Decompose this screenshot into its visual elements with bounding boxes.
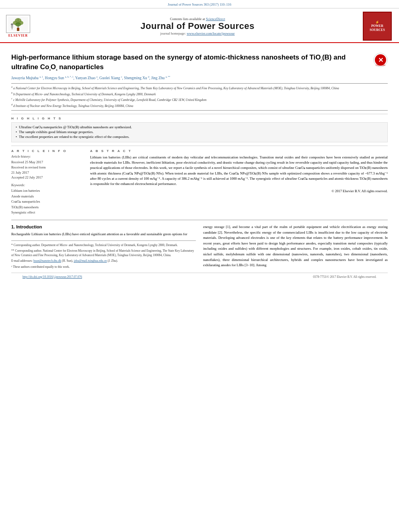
copyright-text: © 2017 Elsevier B.V. All rights reserved…: [90, 189, 388, 193]
intro-para-left: Rechargeable Lithium ion batteries (LIBs…: [11, 232, 196, 237]
footnote-starstar: ** Corresponding author. National Center…: [11, 249, 196, 258]
journal-title: Journal of Power Sources: [32, 21, 363, 31]
bullet-icon: •: [16, 135, 17, 139]
citation-text: Journal of Power Sources 363 (2017) 110–…: [168, 2, 231, 6]
elsevier-logo: ELSEVIER: [4, 15, 32, 37]
page: Journal of Power Sources 363 (2017) 110–…: [0, 0, 399, 532]
intro-title: Introduction: [16, 224, 42, 229]
keyword-3: Co₃O₄ nanoparticles: [11, 199, 84, 205]
footnote-star-text: * Corresponding author. Department of Mi…: [11, 243, 178, 247]
history-label: Article history:: [11, 155, 84, 158]
footnote-star: * Corresponding author. Department of Mi…: [11, 243, 196, 247]
journal-header: ELSEVIER Contents lists available at Sci…: [0, 8, 399, 43]
elsevier-logo-image: [6, 15, 30, 33]
keyword-4: TiO₂(B) nanosheets: [11, 205, 84, 210]
keyword-2: Anode materials: [11, 194, 84, 199]
highlight-item-2: • The sample exhibits good lithium stora…: [16, 130, 383, 134]
svg-point-5: [15, 23, 21, 27]
homepage-label: journal homepage:: [160, 31, 186, 35]
issn-text: 0378-7753/© 2017 Elsevier B.V. All right…: [313, 275, 376, 279]
highlight-item-1: • Ultrafine Co₃O₄ nanoparticles @ TiO₂(B…: [16, 125, 383, 129]
bottom-bar: http://dx.doi.org/10.1016/j.jpowsour.201…: [11, 273, 388, 281]
homepage-url[interactable]: www.elsevier.com/locate/jpowsour: [187, 31, 234, 35]
affiliations: a a National Center for Electron Microsc…: [11, 83, 388, 111]
journal-center: Contents lists available at ScienceDirec…: [32, 17, 363, 35]
article-title-section: High-performance lithium storage based o…: [11, 47, 388, 75]
email-link-sun[interactable]: hsun@nanotech.dtu.dk: [33, 259, 61, 263]
svg-text:✕: ✕: [378, 57, 383, 64]
keyword-5: Synergistic effect: [11, 210, 84, 216]
article-info-label: A R T I C L E I N F O: [11, 149, 84, 153]
sciencedirect-link[interactable]: ScienceDirect: [206, 17, 225, 21]
article-title: High-performance lithium storage based o…: [11, 53, 373, 72]
affiliation-d: d d Institute of Nuclear and New Energy …: [11, 103, 388, 109]
doi-link[interactable]: http://dx.doi.org/10.1016/j.jpowsour.201…: [23, 275, 82, 279]
article-info-abstract: A R T I C L E I N F O Article history: R…: [11, 146, 388, 216]
intro-right-col: energy storage [1], and become a vital p…: [203, 224, 388, 270]
footnotes: * Corresponding author. Department of Mi…: [11, 240, 196, 269]
intro-columns: 1. Introduction Rechargeable Lithium ion…: [11, 224, 388, 270]
intro-number: 1.: [11, 224, 15, 229]
crossmark-icon[interactable]: ✕ CrossMark: [373, 53, 388, 67]
contents-list-label: Contents lists available at: [170, 17, 205, 21]
affiliation-c: c c Melville Laboratory for Polymer Synt…: [11, 97, 388, 103]
abstract-label: A B S T R A C T: [90, 149, 388, 153]
email-link-zhu[interactable]: jzhu@mail.tsinghua.edu.cn: [74, 259, 107, 263]
footnote-equal-text: ¹ These authors contributed equally to t…: [11, 265, 70, 269]
abstract: A B S T R A C T Lithium ion batteries (L…: [90, 149, 388, 216]
highlight-item-3: • The excellent properties are related t…: [16, 135, 383, 139]
footnote-equal: ¹ These authors contributed equally to t…: [11, 265, 196, 269]
journal-homepage: journal homepage: www.elsevier.com/locat…: [32, 31, 363, 35]
citation-bar: Journal of Power Sources 363 (2017) 110–…: [0, 0, 399, 8]
science-direct-line: Contents lists available at ScienceDirec…: [32, 17, 363, 21]
main-content: High-performance lithium storage based o…: [0, 43, 399, 285]
highlights-box: • Ultrafine Co₃O₄ nanoparticles @ TiO₂(B…: [11, 122, 388, 142]
highlights-section: H I G H L I G H T S • Ultrafine Co₃O₄ na…: [11, 114, 388, 142]
keyword-1: Lithium ion batteries: [11, 188, 84, 194]
highlights-label: H I G H L I G H T S: [11, 117, 388, 120]
article-info: A R T I C L E I N F O Article history: R…: [11, 149, 84, 216]
intro-para-right: energy storage [1], and become a vital p…: [203, 224, 388, 268]
svg-text:CrossMark: CrossMark: [376, 64, 386, 66]
elsevier-text: ELSEVIER: [8, 34, 28, 37]
intro-left-col: 1. Introduction Rechargeable Lithium ion…: [11, 224, 196, 270]
keywords-label: Keywords:: [11, 183, 84, 187]
affiliation-b: b b Department of Micro- and Nanotechnol…: [11, 91, 388, 97]
received-date: Received 25 May 2017: [11, 160, 84, 165]
accepted-date: Accepted 22 July 2017: [11, 175, 84, 180]
footnote-email: E-mail addresses: hsun@nanotech.dtu.dk (…: [11, 259, 196, 263]
authors: Jawayria Mujtaba a, 1, Hongyu Sun a, b, …: [11, 75, 388, 81]
received-revised-label: Received in revised form: [11, 165, 84, 170]
revised-date: 21 July 2017: [11, 170, 84, 175]
power-sources-logo: ⚡POWERSOURCES: [363, 12, 392, 41]
svg-rect-6: [17, 28, 19, 31]
footnote-starstar-text: ** Corresponding author. National Center…: [11, 249, 194, 257]
abstract-text: Lithium ion batteries (LIBs) are critica…: [90, 155, 388, 187]
bullet-icon: •: [16, 130, 17, 134]
bullet-icon: •: [16, 125, 17, 129]
affiliation-a: a a National Center for Electron Microsc…: [11, 85, 388, 91]
introduction-section: 1. Introduction Rechargeable Lithium ion…: [11, 220, 388, 270]
intro-heading: 1. Introduction: [11, 224, 196, 229]
svg-point-7: [11, 23, 13, 26]
power-sources-text: ⚡POWERSOURCES: [370, 21, 385, 32]
